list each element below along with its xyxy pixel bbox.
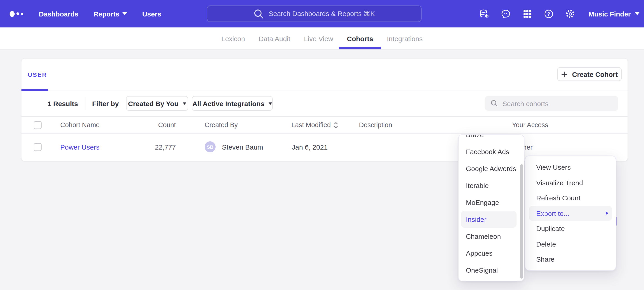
menu-item-iterable[interactable]: Iterable [458, 177, 524, 194]
nav-item-reports[interactable]: Reports [94, 10, 127, 18]
column-description: Description [359, 117, 392, 133]
last-modified-date: Jan 6, 2021 [292, 133, 328, 161]
filter-by-label: Filter by [92, 99, 119, 107]
svg-text:?: ? [548, 11, 550, 17]
menu-item-braze[interactable]: Braze [458, 134, 524, 143]
tab-live-view[interactable]: Live View [304, 28, 333, 49]
table-header: Cohort Name Count Created By Last Modifi… [22, 116, 628, 133]
submenu-arrow-icon [606, 212, 608, 215]
menu-item-google-adwords[interactable]: Google Adwords [458, 160, 524, 177]
column-last-modified[interactable]: Last Modified [292, 117, 339, 133]
chevron-down-icon [268, 102, 272, 104]
tab-data-audit[interactable]: Data Audit [259, 28, 290, 49]
menu-item-chameleon[interactable]: Chameleon [458, 228, 524, 245]
tab-user-cohorts[interactable]: USER [28, 59, 47, 91]
project-name: Music Finder [588, 10, 631, 18]
menu-item-delete[interactable]: Delete [525, 236, 616, 252]
create-cohort-button[interactable]: Create Cohort [557, 67, 622, 81]
divider [85, 97, 85, 110]
data-management-icon[interactable] [479, 9, 490, 19]
menu-item-moengage[interactable]: MoEngage [458, 194, 524, 211]
cohorts-page: Dashboards Reports Users Search Dashboar… [0, 0, 644, 290]
menu-item-export-to[interactable]: Export to... [529, 206, 612, 221]
column-cohort-name: Cohort Name [60, 117, 100, 133]
nav-item-dashboards[interactable]: Dashboards [39, 10, 78, 18]
help-icon[interactable]: ? [544, 9, 554, 19]
tab-lexicon[interactable]: Lexicon [221, 28, 245, 49]
tab-integrations[interactable]: Integrations [387, 28, 423, 49]
search-icon [254, 9, 264, 19]
cohort-name-link[interactable]: Power Users [60, 133, 100, 161]
nav-item-users[interactable]: Users [142, 10, 161, 18]
column-created-by: Created By [204, 117, 238, 133]
cohort-search-input[interactable] [485, 96, 618, 111]
menu-item-facebook-ads[interactable]: Facebook Ads [458, 143, 524, 160]
menu-item-duplicate[interactable]: Duplicate [525, 221, 616, 236]
search-icon [490, 100, 498, 107]
menu-item-visualize-trend[interactable]: Visualize Trend [525, 175, 616, 190]
select-all-checkbox[interactable] [34, 121, 42, 129]
apps-grid-icon[interactable] [522, 9, 533, 19]
column-count: Count [136, 117, 176, 133]
cohort-search [485, 96, 618, 111]
filter-toolbar: 1 Results Filter by Created By You All A… [22, 91, 628, 116]
menu-item-onesignal[interactable]: OneSignal [458, 262, 524, 278]
menu-item-refresh-count[interactable]: Refresh Count [525, 190, 616, 206]
menu-item-share[interactable]: Share [525, 252, 616, 267]
export-destinations-list: Braze Facebook Ads Google Adwords Iterab… [458, 134, 524, 278]
global-search-placeholder: Search Dashboards & Reports ⌘K [268, 10, 375, 18]
project-selector[interactable]: Music Finder [588, 10, 640, 18]
creator-name: Steven Baum [222, 133, 263, 161]
menu-scrollbar[interactable] [520, 164, 523, 278]
cohort-type-tabs: USER Create Cohort [22, 59, 628, 91]
row-context-menu: View Users Visualize Trend Refresh Count… [525, 156, 616, 271]
menu-item-appcues[interactable]: Appcues [458, 245, 524, 262]
plus-icon [561, 71, 568, 78]
row-context-list: View Users Visualize Trend Refresh Count… [525, 160, 616, 267]
menu-item-view-users[interactable]: View Users [525, 160, 616, 175]
global-search-input[interactable]: Search Dashboards & Reports ⌘K [207, 6, 422, 22]
chevron-down-icon [182, 102, 186, 104]
chevron-down-icon [123, 12, 127, 15]
chevron-down-icon [635, 12, 640, 15]
nav-links: Dashboards Reports Users [39, 10, 161, 18]
column-your-access: Your Access [512, 117, 548, 133]
export-destinations-menu: Braze Facebook Ads Google Adwords Iterab… [458, 134, 524, 281]
nav-right: ? Music Finder [479, 0, 640, 28]
results-count: 1 Results [48, 99, 78, 107]
cohort-count: 22,777 [136, 133, 176, 161]
section-tabs: Lexicon Data Audit Live View Cohorts Int… [0, 28, 644, 50]
feedback-icon[interactable] [501, 9, 511, 19]
creator-avatar: SB [204, 141, 216, 152]
integrations-filter-dropdown[interactable]: All Active Integrations [192, 96, 273, 111]
mixpanel-logo-icon[interactable] [10, 11, 23, 17]
cohorts-card: USER Create Cohort 1 Results Filter by C… [21, 58, 628, 162]
menu-item-insider[interactable]: Insider [461, 211, 516, 228]
top-nav: Dashboards Reports Users Search Dashboar… [0, 0, 644, 28]
tab-cohorts[interactable]: Cohorts [347, 28, 373, 49]
settings-gear-icon[interactable] [565, 9, 576, 19]
row-checkbox[interactable] [34, 143, 42, 151]
created-by-filter-dropdown[interactable]: Created By You [126, 96, 188, 111]
sort-icon [334, 121, 339, 128]
